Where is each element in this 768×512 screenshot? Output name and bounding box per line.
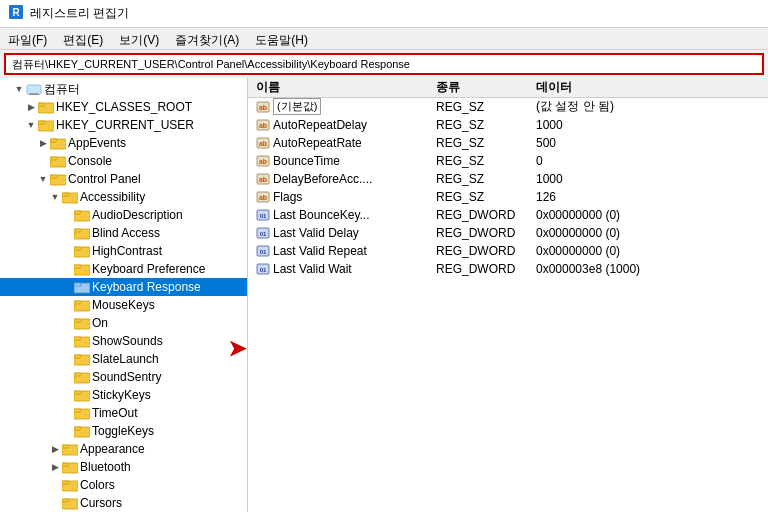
expand-console[interactable]: ▶ xyxy=(36,154,50,168)
title-bar: R 레지스트리 편집기 xyxy=(0,0,768,28)
tree-item-accessibility[interactable]: ▼ Accessibility xyxy=(0,188,247,206)
svg-rect-6 xyxy=(38,103,45,106)
tree-item-highcontrast[interactable]: ▶ HighContrast xyxy=(0,242,247,260)
expand-hkcr[interactable]: ▶ xyxy=(24,100,38,114)
tree-item-controlpanel[interactable]: ▼ Control Panel xyxy=(0,170,247,188)
tree-item-cursors[interactable]: ▶ Cursors xyxy=(0,494,247,512)
expand-root[interactable]: ▼ xyxy=(12,82,26,96)
menu-help[interactable]: 도움말(H) xyxy=(247,30,316,47)
detail-data-dba: 1000 xyxy=(536,172,760,186)
detail-name-flags: ab Flags xyxy=(256,190,436,204)
label-highcontrast: HighContrast xyxy=(92,244,162,258)
svg-text:01: 01 xyxy=(260,267,267,273)
tree-item-soundsentry[interactable]: ▶ SoundSentry xyxy=(0,368,247,386)
detail-row-lbk[interactable]: 01 Last BounceKey... REG_DWORD 0x0000000… xyxy=(248,206,768,224)
tree-item-appearance[interactable]: ▶ Appearance xyxy=(0,440,247,458)
svg-rect-50 xyxy=(62,499,69,502)
svg-rect-34 xyxy=(74,355,81,358)
tree-item-kbpref[interactable]: ▶ Keyboard Preference xyxy=(0,260,247,278)
svg-rect-48 xyxy=(62,481,69,484)
tree-item-togglekeys[interactable]: ▶ ToggleKeys xyxy=(0,422,247,440)
folder-icon-on xyxy=(74,316,90,330)
tree-item-showsounds[interactable]: ▶ ShowSounds xyxy=(0,332,247,350)
folder-icon-kbpref xyxy=(74,262,90,276)
detail-data-ard: 1000 xyxy=(536,118,760,132)
menu-edit[interactable]: 편집(E) xyxy=(55,30,111,47)
tree-item-on[interactable]: ▶ On xyxy=(0,314,247,332)
detail-type-lvw: REG_DWORD xyxy=(436,262,536,276)
label-cursors: Cursors xyxy=(80,496,122,510)
folder-icon-stickykeys xyxy=(74,388,90,402)
address-bar[interactable]: 컴퓨터\HKEY_CURRENT_USER\Control Panel\Acce… xyxy=(4,53,764,75)
expand-hkcu[interactable]: ▼ xyxy=(24,118,38,132)
detail-data-lvd: 0x00000000 (0) xyxy=(536,226,760,240)
detail-row-dba[interactable]: ab DelayBeforeAcc.... REG_SZ 1000 xyxy=(248,170,768,188)
tree-item-kbresp[interactable]: ▶ Keyboard Response xyxy=(0,278,247,296)
label-controlpanel: Control Panel xyxy=(68,172,141,186)
folder-icon-colors xyxy=(62,478,78,492)
expand-bluetooth[interactable]: ▶ xyxy=(48,460,62,474)
folder-icon-cursors xyxy=(62,496,78,510)
detail-type-lvr: REG_DWORD xyxy=(436,244,536,258)
label-soundsentry: SoundSentry xyxy=(92,370,161,384)
svg-rect-30 xyxy=(74,319,81,322)
detail-row-lvw[interactable]: 01 Last Valid Wait REG_DWORD 0x000003e8 … xyxy=(248,260,768,278)
expand-appevents[interactable]: ▶ xyxy=(36,136,50,150)
svg-text:01: 01 xyxy=(260,213,267,219)
label-hkcr: HKEY_CLASSES_ROOT xyxy=(56,100,192,114)
detail-type-arr: REG_SZ xyxy=(436,136,536,150)
tree-root[interactable]: ▼ 컴퓨터 xyxy=(0,80,247,98)
tree-item-colors[interactable]: ▶ Colors xyxy=(0,476,247,494)
svg-rect-38 xyxy=(74,391,81,394)
svg-rect-44 xyxy=(62,445,69,448)
expand-appearance[interactable]: ▶ xyxy=(48,442,62,456)
tree-item-timeout[interactable]: ▶ TimeOut xyxy=(0,404,247,422)
detail-row-bt[interactable]: ab BounceTime REG_SZ 0 xyxy=(248,152,768,170)
svg-rect-20 xyxy=(74,229,81,232)
detail-row-lvd[interactable]: 01 Last Valid Delay REG_DWORD 0x00000000… xyxy=(248,224,768,242)
detail-row-default[interactable]: ab (기본값) REG_SZ (값 설정 안 됨) xyxy=(248,98,768,116)
tree-item-blindaccess[interactable]: ▶ Blind Access xyxy=(0,224,247,242)
folder-icon-showsounds xyxy=(74,334,90,348)
label-showsounds: ShowSounds xyxy=(92,334,163,348)
tree-item-appevents[interactable]: ▶ AppEvents xyxy=(0,134,247,152)
label-togglekeys: ToggleKeys xyxy=(92,424,154,438)
tree-item-mousekeys[interactable]: ▶ MouseKeys xyxy=(0,296,247,314)
label-stickykeys: StickyKeys xyxy=(92,388,151,402)
tree-item-stickykeys[interactable]: ▶ StickyKeys xyxy=(0,386,247,404)
svg-text:ab: ab xyxy=(259,122,267,129)
computer-icon xyxy=(26,82,42,96)
detail-row-flags[interactable]: ab Flags REG_SZ 126 xyxy=(248,188,768,206)
menu-favorites[interactable]: 즐겨찾기(A) xyxy=(167,30,247,47)
tree-item-audiodesc[interactable]: ▶ AudioDescription xyxy=(0,206,247,224)
svg-text:ab: ab xyxy=(259,176,267,183)
label-audiodesc: AudioDescription xyxy=(92,208,183,222)
detail-name-lvr: 01 Last Valid Repeat xyxy=(256,244,436,258)
tree-item-console[interactable]: ▶ Console xyxy=(0,152,247,170)
menu-view[interactable]: 보기(V) xyxy=(111,30,167,47)
svg-rect-28 xyxy=(74,301,81,304)
root-label: 컴퓨터 xyxy=(44,81,80,98)
detail-row-lvr[interactable]: 01 Last Valid Repeat REG_DWORD 0x0000000… xyxy=(248,242,768,260)
expand-controlpanel[interactable]: ▼ xyxy=(36,172,50,186)
header-data: 데이터 xyxy=(536,79,760,96)
expand-accessibility[interactable]: ▼ xyxy=(48,190,62,204)
tree-item-hkcr[interactable]: ▶ HKEY_CLASSES_ROOT xyxy=(0,98,247,116)
tree-item-bluetooth[interactable]: ▶ Bluetooth xyxy=(0,458,247,476)
tree-item-hkcu[interactable]: ▼ HKEY_CURRENT_USER xyxy=(0,116,247,134)
label-accessibility: Accessibility xyxy=(80,190,145,204)
header-type: 종류 xyxy=(436,79,536,96)
detail-name-bt: ab BounceTime xyxy=(256,154,436,168)
tree-panel[interactable]: ▼ 컴퓨터 ▶ HKEY_CLASSES_ROOT ▼ xyxy=(0,78,248,512)
label-blindaccess: Blind Access xyxy=(92,226,160,240)
detail-type-bt: REG_SZ xyxy=(436,154,536,168)
tree-item-slatelaunch[interactable]: ▶ SlateLaunch xyxy=(0,350,247,368)
svg-text:ab: ab xyxy=(259,104,267,111)
detail-row-arr[interactable]: ab AutoRepeatRate REG_SZ 500 xyxy=(248,134,768,152)
svg-rect-46 xyxy=(62,463,69,466)
folder-icon-mousekeys xyxy=(74,298,90,312)
folder-icon-accessibility xyxy=(62,190,78,204)
detail-data-flags: 126 xyxy=(536,190,760,204)
menu-file[interactable]: 파일(F) xyxy=(0,30,55,47)
detail-row-ard[interactable]: ab AutoRepeatDelay REG_SZ 1000 xyxy=(248,116,768,134)
